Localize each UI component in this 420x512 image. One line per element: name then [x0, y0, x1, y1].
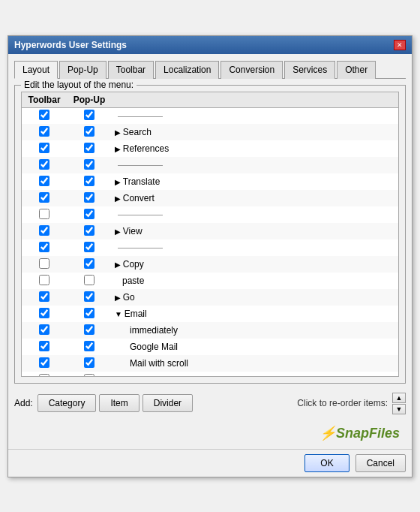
toolbar-cell[interactable] [22, 306, 67, 322]
table-row: View [22, 223, 398, 239]
toolbar-cell[interactable] [22, 140, 67, 157]
popup-cell[interactable] [67, 173, 112, 190]
divider-button[interactable]: Divider [142, 394, 193, 412]
popup-cell[interactable] [67, 289, 112, 306]
toolbar-cell[interactable] [22, 372, 67, 377]
tab-services[interactable]: Services [284, 61, 335, 79]
toolbar-cell[interactable] [22, 239, 67, 256]
ok-button[interactable]: OK [304, 454, 349, 472]
toolbar-checkbox[interactable] [39, 159, 50, 170]
popup-checkbox[interactable] [84, 143, 94, 153]
reorder-down-button[interactable]: ▼ [392, 404, 406, 414]
toolbar-cell[interactable] [22, 190, 67, 206]
item-cell: Google Mail [112, 339, 398, 355]
popup-checkbox[interactable] [84, 242, 94, 252]
toolbar-checkbox[interactable] [39, 209, 50, 219]
popup-checkbox[interactable] [84, 275, 94, 285]
toolbar-checkbox[interactable] [39, 126, 50, 137]
popup-checkbox[interactable] [84, 308, 94, 318]
popup-checkbox[interactable] [84, 341, 94, 351]
toolbar-checkbox[interactable] [39, 143, 50, 153]
popup-checkbox[interactable] [84, 192, 94, 203]
toolbar-cell[interactable] [22, 173, 67, 190]
popup-cell[interactable] [67, 157, 112, 173]
popup-cell[interactable] [67, 124, 112, 140]
toolbar-checkbox[interactable] [39, 357, 50, 368]
toolbar-checkbox[interactable] [39, 225, 50, 236]
item-cell: References [112, 140, 398, 157]
tab-popup[interactable]: Pop-Up [59, 61, 106, 79]
tab-other[interactable]: Other [337, 61, 376, 79]
ok-cancel-area: OK Cancel [8, 449, 412, 477]
toolbar-cell[interactable] [22, 223, 67, 239]
toolbar-cell[interactable] [22, 289, 67, 306]
toolbar-checkbox[interactable] [39, 176, 50, 186]
toolbar-checkbox[interactable] [39, 110, 50, 120]
toolbar-checkbox[interactable] [39, 308, 50, 318]
close-button[interactable]: ✕ [394, 40, 406, 50]
category-button[interactable]: Category [38, 394, 97, 412]
toolbar-cell[interactable] [22, 107, 67, 124]
toolbar-cell[interactable] [22, 124, 67, 140]
popup-cell[interactable] [67, 190, 112, 206]
item-label: View [115, 226, 142, 236]
table-row [22, 157, 398, 173]
popup-cell[interactable] [67, 206, 112, 223]
tab-localization[interactable]: Localization [155, 61, 219, 79]
toolbar-checkbox[interactable] [39, 341, 50, 351]
popup-checkbox[interactable] [84, 324, 94, 335]
popup-checkbox[interactable] [84, 225, 94, 236]
tab-toolbar[interactable]: Toolbar [108, 61, 154, 79]
table-row [22, 239, 398, 256]
popup-cell[interactable] [67, 322, 112, 339]
item-cell: Mail with scroll [112, 355, 398, 372]
popup-cell[interactable] [67, 273, 112, 289]
title-bar: Hyperwords User Settings ✕ [8, 36, 412, 54]
popup-cell[interactable] [67, 107, 112, 124]
cancel-button[interactable]: Cancel [356, 454, 406, 472]
item-label: Translate [115, 176, 160, 187]
toolbar-cell[interactable] [22, 157, 67, 173]
item-label: immediately [115, 325, 178, 336]
toolbar-cell[interactable] [22, 206, 67, 223]
toolbar-cell[interactable] [22, 322, 67, 339]
popup-checkbox[interactable] [84, 159, 94, 170]
popup-checkbox[interactable] [84, 374, 94, 377]
popup-cell[interactable] [67, 355, 112, 372]
table-row: Copy [22, 256, 398, 273]
tab-layout[interactable]: Layout [14, 61, 58, 79]
popup-checkbox[interactable] [84, 126, 94, 137]
reorder-up-button[interactable]: ▲ [392, 393, 406, 403]
toolbar-cell[interactable] [22, 339, 67, 355]
popup-checkbox[interactable] [84, 110, 94, 120]
popup-cell[interactable] [67, 223, 112, 239]
popup-cell[interactable] [67, 306, 112, 322]
toolbar-checkbox[interactable] [39, 242, 50, 252]
toolbar-checkbox[interactable] [39, 324, 50, 335]
table-row: Email [22, 306, 398, 322]
menu-table: Toolbar Pop-Up SearchReferencesTranslate… [22, 92, 398, 377]
toolbar-cell[interactable] [22, 256, 67, 273]
popup-cell[interactable] [67, 339, 112, 355]
popup-cell[interactable] [67, 239, 112, 256]
toolbar-checkbox[interactable] [39, 291, 50, 302]
toolbar-cell[interactable] [22, 355, 67, 372]
popup-cell[interactable] [67, 372, 112, 377]
item-button[interactable]: Item [99, 394, 139, 412]
item-cell: Convert [112, 190, 398, 206]
popup-checkbox[interactable] [84, 357, 94, 368]
toolbar-checkbox[interactable] [39, 275, 50, 285]
toolbar-cell[interactable] [22, 273, 67, 289]
item-cell: Email [112, 306, 398, 322]
popup-cell[interactable] [67, 256, 112, 273]
tab-conversion[interactable]: Conversion [220, 61, 283, 79]
popup-cell[interactable] [67, 140, 112, 157]
popup-checkbox[interactable] [84, 209, 94, 219]
popup-checkbox[interactable] [84, 176, 94, 186]
toolbar-checkbox[interactable] [39, 374, 50, 377]
popup-checkbox[interactable] [84, 258, 94, 269]
toolbar-checkbox[interactable] [39, 192, 50, 203]
menu-table-container[interactable]: Toolbar Pop-Up SearchReferencesTranslate… [21, 92, 399, 377]
popup-checkbox[interactable] [84, 291, 94, 302]
toolbar-checkbox[interactable] [39, 258, 50, 269]
